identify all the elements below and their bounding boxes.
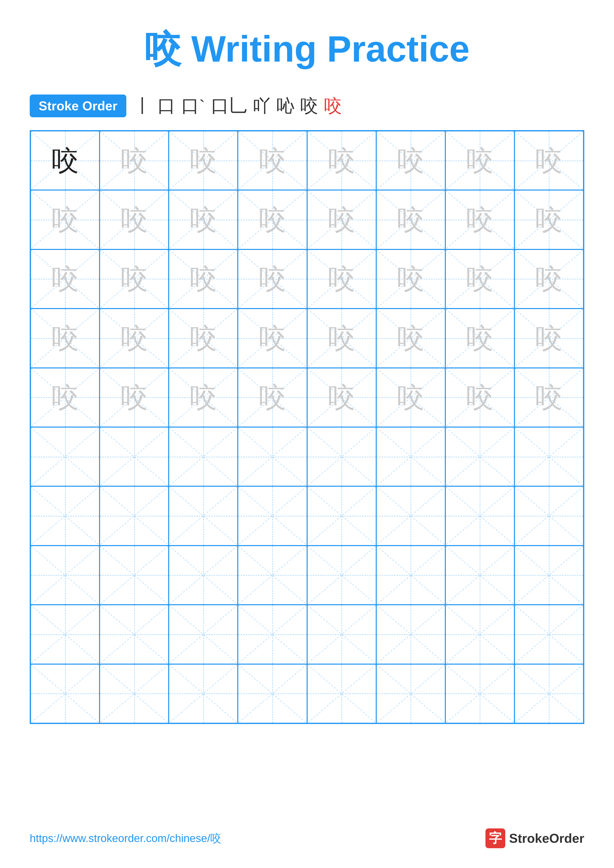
- svg-line-153: [308, 665, 376, 723]
- svg-line-139: [377, 605, 445, 663]
- practice-char-r1c1: 咬: [51, 147, 79, 174]
- grid-cell-r5c8[interactable]: 咬: [515, 368, 583, 427]
- grid-cell-r10c3[interactable]: [169, 664, 238, 723]
- grid-cell-r8c6[interactable]: [376, 546, 445, 605]
- grid-cell-r3c4[interactable]: 咬: [238, 250, 307, 308]
- grid-cell-r8c2[interactable]: [99, 546, 169, 605]
- grid-cell-r5c3[interactable]: 咬: [169, 368, 238, 427]
- grid-cell-r1c8[interactable]: 咬: [515, 131, 583, 190]
- grid-cell-r8c3[interactable]: [169, 546, 238, 605]
- grid-cell-r8c8[interactable]: [515, 546, 583, 605]
- grid-cell-r8c7[interactable]: [445, 546, 515, 605]
- grid-cell-r2c6[interactable]: 咬: [376, 190, 445, 249]
- grid-cell-r1c4[interactable]: 咬: [238, 131, 307, 190]
- grid-cell-r1c3[interactable]: 咬: [169, 131, 238, 190]
- practice-char-r5c3: 咬: [190, 384, 217, 411]
- svg-line-113: [31, 546, 99, 604]
- grid-cell-r2c2[interactable]: 咬: [99, 190, 169, 249]
- grid-cell-r9c2[interactable]: [99, 605, 169, 664]
- grid-cell-r1c7[interactable]: 咬: [445, 131, 515, 190]
- grid-cell-r4c1[interactable]: 咬: [31, 308, 99, 368]
- title-text: Writing Practice: [191, 28, 469, 69]
- grid-cell-r7c8[interactable]: [515, 486, 583, 546]
- grid-cell-r3c3[interactable]: 咬: [169, 250, 238, 308]
- grid-cell-r4c8[interactable]: 咬: [515, 308, 583, 368]
- svg-line-83: [100, 428, 168, 486]
- grid-cell-r9c8[interactable]: [515, 605, 583, 664]
- grid-cell-r2c7[interactable]: 咬: [445, 190, 515, 249]
- grid-cell-r8c4[interactable]: [238, 546, 307, 605]
- grid-cell-r2c8[interactable]: 咬: [515, 190, 583, 249]
- svg-line-103: [238, 487, 306, 545]
- grid-cell-r1c5[interactable]: 咬: [307, 131, 376, 190]
- grid-cell-r4c5[interactable]: 咬: [307, 308, 376, 368]
- grid-cell-r4c6[interactable]: 咬: [376, 308, 445, 368]
- svg-line-89: [308, 428, 376, 486]
- grid-cell-r5c2[interactable]: 咬: [99, 368, 169, 427]
- grid-cell-r3c1[interactable]: 咬: [31, 250, 99, 308]
- grid-cell-r6c1[interactable]: [31, 427, 99, 486]
- grid-cell-r10c4[interactable]: [238, 664, 307, 723]
- grid-cell-r7c1[interactable]: [31, 486, 99, 546]
- grid-cell-r6c7[interactable]: [445, 427, 515, 486]
- stroke-char-8: 咬: [324, 94, 342, 118]
- grid-cell-r3c2[interactable]: 咬: [99, 250, 169, 308]
- grid-cell-r9c4[interactable]: [238, 605, 307, 664]
- grid-cell-r10c5[interactable]: [307, 664, 376, 723]
- grid-cell-r9c7[interactable]: [445, 605, 515, 664]
- grid-cell-r5c4[interactable]: 咬: [238, 368, 307, 427]
- grid-cell-r7c6[interactable]: [376, 486, 445, 546]
- grid-cell-r9c3[interactable]: [169, 605, 238, 664]
- grid-cell-r7c5[interactable]: [307, 486, 376, 546]
- grid-cell-r10c7[interactable]: [445, 664, 515, 723]
- grid-cell-r9c6[interactable]: [376, 605, 445, 664]
- grid-cell-r4c3[interactable]: 咬: [169, 308, 238, 368]
- grid-cell-r5c1[interactable]: 咬: [31, 368, 99, 427]
- grid-cell-r6c6[interactable]: [376, 427, 445, 486]
- svg-line-82: [100, 428, 168, 486]
- svg-line-140: [446, 605, 514, 663]
- grid-cell-r7c3[interactable]: [169, 486, 238, 546]
- grid-cell-r9c5[interactable]: [307, 605, 376, 664]
- grid-cell-r3c5[interactable]: 咬: [307, 250, 376, 308]
- practice-char-r5c6: 咬: [397, 384, 424, 411]
- grid-cell-r6c2[interactable]: [99, 427, 169, 486]
- page-title: 咬 Writing Practice: [145, 28, 469, 69]
- grid-cell-r9c1[interactable]: [31, 605, 99, 664]
- grid-cell-r10c6[interactable]: [376, 664, 445, 723]
- grid-cell-r4c4[interactable]: 咬: [238, 308, 307, 368]
- grid-cell-r5c5[interactable]: 咬: [307, 368, 376, 427]
- grid-cell-r2c3[interactable]: 咬: [169, 190, 238, 249]
- grid-cell-r5c6[interactable]: 咬: [376, 368, 445, 427]
- grid-cell-r2c5[interactable]: 咬: [307, 190, 376, 249]
- grid-cell-r3c6[interactable]: 咬: [376, 250, 445, 308]
- grid-cell-r10c2[interactable]: [99, 664, 169, 723]
- grid-cell-r7c2[interactable]: [99, 486, 169, 546]
- grid-cell-r6c8[interactable]: [515, 427, 583, 486]
- grid-cell-r10c8[interactable]: [515, 664, 583, 723]
- grid-cell-r2c4[interactable]: 咬: [238, 190, 307, 249]
- grid-cell-r3c7[interactable]: 咬: [445, 250, 515, 308]
- grid-cell-r4c7[interactable]: 咬: [445, 308, 515, 368]
- grid-cell-r6c5[interactable]: [307, 427, 376, 486]
- grid-cell-r1c6[interactable]: 咬: [376, 131, 445, 190]
- svg-line-136: [308, 605, 376, 663]
- practice-char-r3c3: 咬: [190, 265, 217, 293]
- grid-cell-r1c2[interactable]: 咬: [99, 131, 169, 190]
- footer-url[interactable]: https://www.strokeorder.com/chinese/咬: [30, 831, 221, 846]
- grid-cell-r8c1[interactable]: [31, 546, 99, 605]
- practice-char-r1c5: 咬: [328, 147, 355, 174]
- grid-cell-r7c7[interactable]: [445, 486, 515, 546]
- grid-cell-r1c1[interactable]: 咬: [31, 131, 99, 190]
- svg-line-130: [100, 605, 168, 663]
- grid-cell-r8c5[interactable]: [307, 546, 376, 605]
- grid-cell-r7c4[interactable]: [238, 486, 307, 546]
- grid-cell-r2c1[interactable]: 咬: [31, 190, 99, 249]
- grid-cell-r5c7[interactable]: 咬: [445, 368, 515, 427]
- grid-cell-r4c2[interactable]: 咬: [99, 308, 169, 368]
- grid-cell-r6c4[interactable]: [238, 427, 307, 486]
- grid-cell-r10c1[interactable]: [31, 664, 99, 723]
- grid-cell-r6c3[interactable]: [169, 427, 238, 486]
- svg-line-131: [100, 605, 168, 663]
- grid-cell-r3c8[interactable]: 咬: [515, 250, 583, 308]
